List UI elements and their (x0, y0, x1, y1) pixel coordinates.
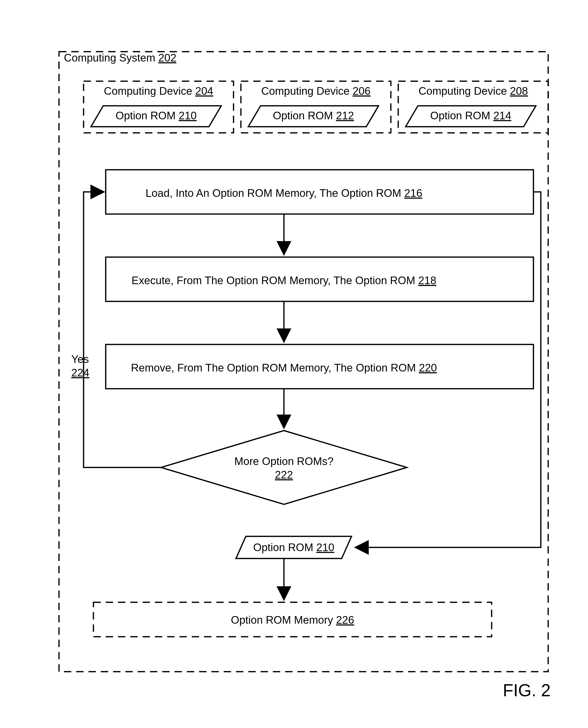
execute-step-label: Execute, From The Option ROM Memory, The… (131, 274, 436, 286)
decision-ref: 222 (275, 469, 293, 481)
arrow-yes-loop (84, 192, 161, 467)
computing-device-208-label: Computing Device 208 (418, 85, 528, 97)
decision-text: More Option ROMs? (234, 455, 333, 467)
decision-diamond (161, 430, 407, 504)
option-rom-210-label: Option ROM 210 (115, 109, 197, 122)
computing-device-206-label: Computing Device 206 (261, 85, 371, 97)
option-rom-212-label: Option ROM 212 (273, 109, 354, 122)
remove-step-label: Remove, From The Option ROM Memory, The … (131, 362, 437, 374)
diagram-canvas: Computing System 202 Computing Device 20… (0, 0, 588, 728)
load-step-label: Load, Into An Option ROM Memory, The Opt… (146, 187, 422, 199)
computing-device-204-label: Computing Device 204 (104, 85, 213, 97)
computing-system-label: Computing System 202 (64, 52, 176, 64)
option-rom-output-label: Option ROM 210 (253, 541, 334, 553)
figure-label: FIG. 2 (503, 681, 551, 700)
option-rom-memory-label: Option ROM Memory 226 (231, 614, 354, 626)
yes-label: Yes (71, 353, 89, 365)
option-rom-214-label: Option ROM 214 (430, 109, 511, 122)
yes-ref: 224 (71, 367, 89, 379)
